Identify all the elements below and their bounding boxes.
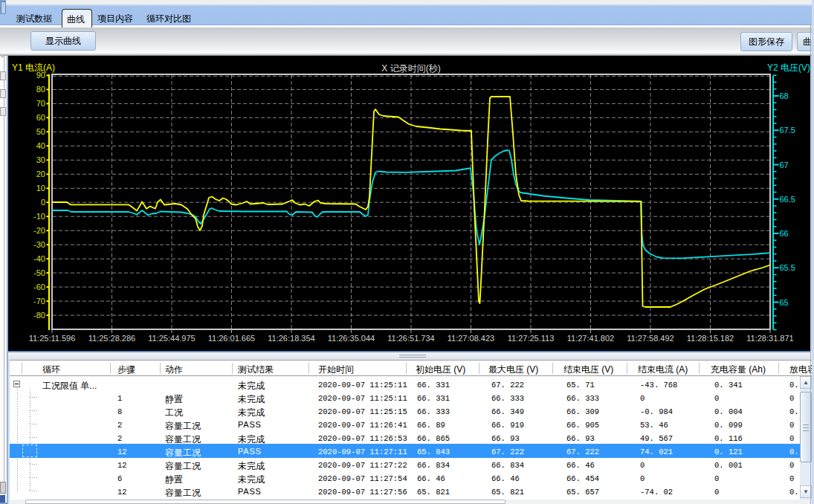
svg-text:11:27:08.423: 11:27:08.423 [448, 334, 494, 343]
svg-text:11:26:18.354: 11:26:18.354 [268, 334, 314, 343]
svg-text:-10: -10 [33, 212, 45, 221]
svg-text:11:26:01.665: 11:26:01.665 [208, 334, 255, 343]
svg-text:60: 60 [36, 113, 45, 122]
svg-text:X 记录时间(秒): X 记录时间(秒) [381, 63, 440, 74]
svg-text:0: 0 [41, 198, 45, 207]
svg-text:-60: -60 [33, 282, 45, 291]
svg-text:Y2 电压(V): Y2 电压(V) [767, 62, 810, 73]
svg-text:11:25:28.286: 11:25:28.286 [88, 334, 135, 343]
svg-text:-50: -50 [33, 268, 45, 277]
svg-text:11:27:25.113: 11:27:25.113 [508, 334, 555, 343]
svg-text:11:26:35.044: 11:26:35.044 [328, 334, 375, 343]
svg-text:11:28:15.182: 11:28:15.182 [687, 334, 734, 343]
svg-text:11:27:58.492: 11:27:58.492 [627, 334, 674, 343]
svg-text:11:26:51.734: 11:26:51.734 [387, 334, 434, 343]
svg-text:67.5: 67.5 [780, 126, 795, 135]
svg-text:66: 66 [780, 229, 789, 238]
svg-text:80: 80 [36, 85, 45, 94]
svg-text:65: 65 [780, 298, 789, 307]
svg-text:50: 50 [36, 127, 45, 136]
svg-text:65.5: 65.5 [780, 263, 795, 272]
svg-text:68: 68 [780, 91, 789, 100]
svg-text:11:25:11.596: 11:25:11.596 [29, 334, 76, 343]
svg-text:70: 70 [36, 99, 45, 108]
svg-text:20: 20 [36, 169, 45, 178]
svg-text:30: 30 [36, 155, 45, 164]
svg-text:11:28:31.871: 11:28:31.871 [746, 334, 793, 343]
svg-text:67: 67 [780, 161, 789, 169]
svg-text:40: 40 [36, 141, 45, 150]
svg-text:Y1 电流(A): Y1 电流(A) [12, 62, 55, 73]
svg-text:-30: -30 [33, 240, 45, 249]
svg-text:-40: -40 [33, 254, 45, 263]
svg-text:-20: -20 [33, 226, 45, 235]
svg-text:66.5: 66.5 [780, 195, 795, 204]
svg-text:11:27:41.802: 11:27:41.802 [567, 334, 614, 343]
svg-text:-80: -80 [33, 311, 45, 320]
svg-text:10: 10 [36, 184, 45, 193]
svg-text:-70: -70 [33, 297, 45, 306]
svg-text:11:25:44.975: 11:25:44.975 [148, 334, 195, 343]
